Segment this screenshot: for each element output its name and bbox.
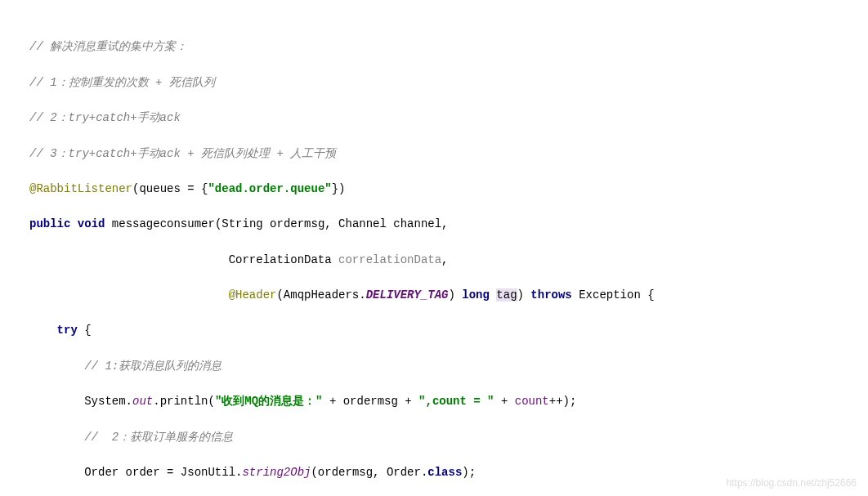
code-text: (queues = {	[132, 182, 208, 195]
comment: // 2：获取订单服务的信息	[84, 431, 233, 444]
code-line: @RabbitListener(queues = {"dead.order.qu…	[0, 181, 868, 199]
comment: // 解决消息重试的集中方案：	[29, 40, 187, 53]
keyword: throws	[530, 288, 571, 302]
keyword: void	[78, 217, 105, 230]
code-line: // 1：控制重发的次数 + 死信队列	[0, 74, 868, 92]
comment: // 1:获取消息队列的消息	[84, 360, 221, 373]
field-ref: count	[515, 395, 549, 408]
code-text	[29, 288, 229, 302]
code-text: {	[78, 324, 92, 337]
code-text: CorrelationData	[29, 253, 338, 266]
param: tag	[496, 288, 517, 302]
code-block: // 解决消息重试的集中方案： // 1：控制重发的次数 + 死信队列 // 2…	[0, 0, 868, 496]
code-text: Order order = JsonUtil.	[29, 466, 242, 479]
annotation: @RabbitListener	[29, 182, 132, 195]
keyword: try	[57, 324, 78, 337]
code-text: )	[449, 288, 463, 302]
code-text: );	[462, 466, 476, 479]
code-text: (String ordermsg, Channel channel,	[215, 217, 449, 230]
keyword: class	[427, 466, 462, 479]
string-literal: "dead.order.queue"	[208, 182, 331, 195]
code-text: ,	[441, 253, 448, 266]
code-text: System.	[29, 395, 132, 408]
code-line: // 1:获取消息队列的消息	[0, 358, 868, 376]
code-text: .println(	[153, 395, 215, 408]
static-field: out	[132, 395, 153, 408]
code-text: )	[517, 288, 531, 302]
code-text: + ordermsg +	[322, 395, 418, 408]
string-literal: ",count = "	[418, 395, 494, 408]
comment: // 2：try+catch+手动ack	[29, 111, 181, 124]
code-text: (ordermsg, Order.	[311, 466, 427, 479]
param-unused: correlationData	[338, 253, 441, 266]
method-name: messageconsumer	[112, 217, 215, 230]
static-method: string2Obj	[242, 466, 311, 479]
code-line: // 2：获取订单服务的信息	[0, 429, 868, 447]
keyword: long	[462, 288, 490, 302]
keyword: public	[29, 217, 70, 230]
comment: // 1：控制重发的次数 + 死信队列	[29, 76, 215, 89]
code-line: // 3：try+catch+手动ack + 死信队列处理 + 人工干预	[0, 145, 868, 163]
code-line: // 2：try+catch+手动ack	[0, 109, 868, 127]
code-line: CorrelationData correlationData,	[0, 252, 868, 270]
code-line: // 解决消息重试的集中方案：	[0, 38, 868, 56]
code-line: System.out.println("收到MQ的消息是：" + orderms…	[0, 393, 868, 411]
code-text: (AmqpHeaders.	[276, 288, 365, 302]
code-line: public void messageconsumer(String order…	[0, 216, 868, 234]
code-text: ++);	[549, 395, 577, 408]
code-text: Exception {	[572, 288, 655, 302]
annotation: @Header	[229, 288, 277, 302]
watermark: https://blog.csdn.net/zhj52666	[727, 476, 857, 491]
code-text: })	[332, 182, 346, 195]
code-text: +	[494, 395, 515, 408]
string-literal: "收到MQ的消息是："	[215, 395, 323, 408]
code-line: @Header(AmqpHeaders.DELIVERY_TAG) long t…	[0, 287, 868, 305]
code-line: try {	[0, 322, 868, 340]
comment: // 3：try+catch+手动ack + 死信队列处理 + 人工干预	[29, 147, 336, 160]
static-field: DELIVERY_TAG	[366, 288, 449, 302]
